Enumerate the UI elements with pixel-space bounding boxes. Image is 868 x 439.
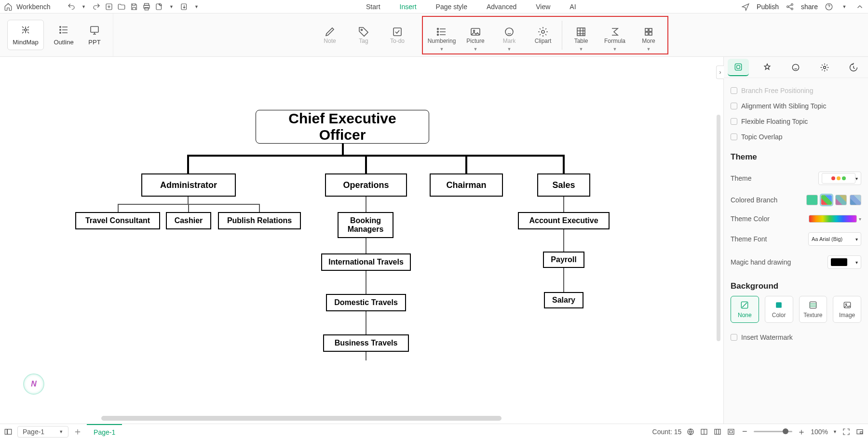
node-payroll[interactable]: Payroll bbox=[543, 252, 584, 268]
branch-swatch-1[interactable] bbox=[806, 195, 818, 205]
bg-texture[interactable]: Texture bbox=[799, 296, 827, 323]
paneltab-history[interactable] bbox=[843, 59, 864, 76]
tool-tag[interactable]: Tag bbox=[347, 18, 380, 53]
tab-view[interactable]: View bbox=[536, 3, 550, 11]
node-chairman[interactable]: Chairman bbox=[430, 173, 503, 197]
chk-sibling-align[interactable]: Alignment With Sibling Topic bbox=[741, 102, 826, 110]
branch-swatch-3[interactable] bbox=[835, 195, 847, 205]
branch-swatch-2[interactable] bbox=[821, 195, 832, 205]
import-caret[interactable]: ▼ bbox=[192, 2, 201, 11]
open-icon[interactable] bbox=[117, 2, 126, 11]
globe-icon[interactable] bbox=[686, 427, 695, 436]
home-icon[interactable] bbox=[4, 2, 13, 11]
node-business-travels[interactable]: Business Travels bbox=[323, 334, 409, 352]
node-operations[interactable]: Operations bbox=[325, 173, 407, 197]
node-booking-managers[interactable]: Booking Managers bbox=[338, 212, 393, 238]
split2-icon[interactable] bbox=[713, 427, 722, 436]
paneltab-style[interactable] bbox=[757, 59, 778, 76]
tool-mark[interactable]: Mark▼ bbox=[492, 18, 526, 53]
tool-picture[interactable]: Picture▼ bbox=[459, 18, 492, 53]
theme-font-dropdown[interactable]: Aa Arial (Big) ▾ bbox=[808, 232, 861, 246]
node-account-executive[interactable]: Account Executive bbox=[518, 212, 610, 229]
chevron-down-icon[interactable]: ▾ bbox=[859, 216, 861, 222]
split1-icon[interactable] bbox=[700, 427, 708, 436]
vertical-scrollbar[interactable] bbox=[717, 115, 720, 341]
chk-flexible-floating[interactable]: Flexible Floating Topic bbox=[741, 118, 808, 125]
node-sales[interactable]: Sales bbox=[537, 173, 590, 197]
minimap-icon[interactable] bbox=[855, 427, 864, 436]
zoom-out-icon[interactable]: − bbox=[740, 427, 749, 436]
paneltab-layout[interactable] bbox=[728, 59, 749, 76]
tool-formula[interactable]: Formula▼ bbox=[598, 18, 632, 53]
tab-insert[interactable]: Insert bbox=[400, 3, 417, 11]
help-icon[interactable] bbox=[825, 2, 833, 11]
collapse-ribbon-icon[interactable] bbox=[855, 2, 864, 11]
fit-icon[interactable] bbox=[727, 427, 735, 436]
panel-collapse-handle[interactable]: › bbox=[716, 66, 724, 79]
publish-icon[interactable] bbox=[741, 2, 750, 11]
share-label[interactable]: share bbox=[801, 3, 818, 11]
node-travel-consultant[interactable]: Travel Consultant bbox=[75, 212, 160, 229]
node-domestic-travels[interactable]: Domestic Travels bbox=[326, 294, 406, 311]
tool-todo[interactable]: To-do bbox=[380, 18, 414, 53]
magic-hand-dropdown[interactable]: ▾ bbox=[827, 255, 861, 269]
bg-image[interactable]: Image bbox=[833, 296, 861, 323]
share-icon[interactable] bbox=[786, 2, 794, 11]
undo-icon[interactable] bbox=[67, 2, 76, 11]
tool-more[interactable]: More▼ bbox=[632, 18, 665, 53]
horizontal-scrollbar[interactable] bbox=[101, 416, 502, 421]
tab-pagestyle[interactable]: Page style bbox=[436, 3, 467, 11]
paneltab-icon[interactable] bbox=[785, 59, 806, 76]
bg-none[interactable]: None bbox=[731, 296, 759, 323]
node-international-travels[interactable]: International Travels bbox=[321, 253, 411, 271]
tool-numbering[interactable]: Numbering▼ bbox=[425, 18, 459, 53]
redo-icon[interactable] bbox=[92, 2, 101, 11]
theme-color-strip[interactable] bbox=[809, 215, 857, 223]
chk-branch-free[interactable]: Branch Free Positioning bbox=[741, 87, 813, 94]
pages-panel-icon[interactable] bbox=[4, 427, 13, 436]
help-caret[interactable]: ▼ bbox=[840, 2, 849, 11]
tab-ai[interactable]: AI bbox=[570, 3, 576, 11]
publish-label[interactable]: Publish bbox=[757, 3, 779, 11]
page-tab-1[interactable]: Page-1 bbox=[87, 424, 122, 439]
add-page-icon[interactable]: ＋ bbox=[73, 427, 82, 436]
chevron-down-icon: ▼ bbox=[507, 47, 512, 52]
undo-caret[interactable]: ▼ bbox=[80, 2, 88, 11]
print-icon[interactable] bbox=[142, 2, 151, 11]
chevron-down-icon: ▼ bbox=[59, 429, 63, 434]
import-icon[interactable] bbox=[180, 2, 189, 11]
zoom-slider[interactable] bbox=[754, 431, 792, 432]
zoom-in-icon[interactable]: ＋ bbox=[797, 427, 806, 436]
paneltab-settings[interactable] bbox=[814, 59, 835, 76]
node-administrator[interactable]: Administrator bbox=[141, 173, 236, 197]
node-ceo[interactable]: Chief Executive Officer bbox=[256, 110, 429, 144]
page-selector[interactable]: Page-1▼ bbox=[17, 426, 68, 438]
node-cashier[interactable]: Cashier bbox=[166, 212, 211, 229]
canvas[interactable]: Chief Executive Officer Administrator Op… bbox=[0, 57, 723, 424]
fullscreen-icon[interactable] bbox=[842, 427, 851, 436]
assistant-badge[interactable]: N bbox=[23, 373, 44, 395]
view-mindmap[interactable]: MindMap bbox=[7, 20, 43, 50]
save-icon[interactable] bbox=[130, 2, 138, 11]
tool-table[interactable]: Table▼ bbox=[564, 18, 598, 53]
theme-dropdown[interactable]: ▾ bbox=[818, 172, 861, 185]
chk-watermark[interactable]: Insert Watermark bbox=[741, 333, 793, 341]
node-salary[interactable]: Salary bbox=[544, 292, 583, 308]
zoom-value[interactable]: 100% bbox=[811, 428, 828, 436]
tool-note[interactable]: Note bbox=[313, 18, 347, 53]
new-icon[interactable] bbox=[105, 2, 113, 11]
tab-advanced[interactable]: Advanced bbox=[487, 3, 516, 11]
bg-color[interactable]: Color bbox=[765, 296, 793, 323]
node-publish-relations[interactable]: Publish Relations bbox=[218, 212, 301, 229]
view-outline[interactable]: Outline bbox=[49, 20, 78, 50]
chevron-down-icon[interactable]: ▼ bbox=[833, 429, 837, 434]
tool-clipart[interactable]: Clipart bbox=[526, 18, 560, 53]
view-ppt[interactable]: PPT bbox=[83, 20, 105, 50]
top-menubar: Workbench ▼ ▼ ▼ Start Insert Page style … bbox=[0, 0, 868, 13]
export-caret[interactable]: ▼ bbox=[167, 2, 176, 11]
chk-topic-overlap[interactable]: Topic Overlap bbox=[741, 133, 783, 141]
tab-start[interactable]: Start bbox=[366, 3, 380, 11]
workbench-label[interactable]: Workbench bbox=[16, 3, 51, 11]
branch-swatch-4[interactable] bbox=[850, 195, 861, 205]
export-icon[interactable] bbox=[155, 2, 163, 11]
